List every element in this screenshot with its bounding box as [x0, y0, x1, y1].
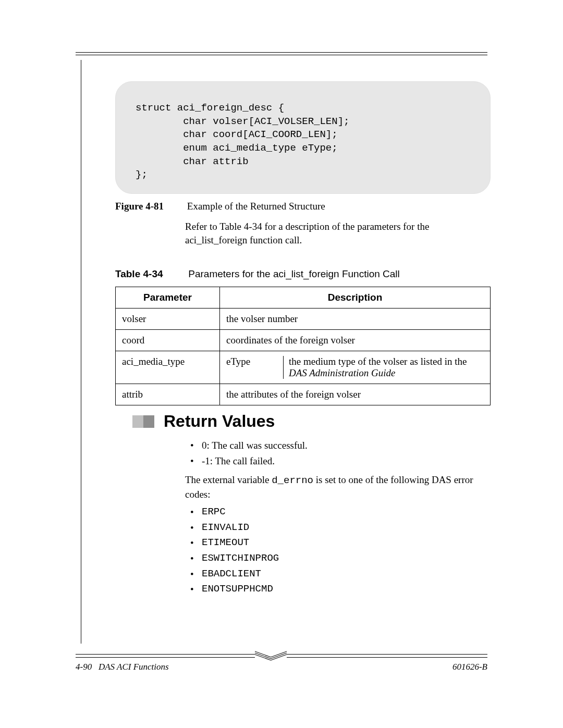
list-item: ERPC [185, 505, 487, 519]
top-double-rule [76, 52, 487, 55]
td-param: aci_media_type [116, 351, 220, 384]
heading-text: Return Values [164, 412, 275, 431]
list-item: 0: The call was successful. [185, 439, 487, 452]
footer-page: 4-90 [76, 662, 92, 672]
td-param: coord [116, 330, 220, 351]
figure-label: Figure 4-81 [115, 201, 164, 212]
heading-mark-icon [132, 415, 154, 428]
list-item: EINVALID [185, 521, 487, 535]
figure-caption-text: Example of the Returned Structure [187, 201, 325, 212]
td-desc: coordinates of the foreign volser [220, 330, 491, 351]
list-item: -1: The call failed. [185, 454, 487, 468]
th-description: Description [220, 287, 491, 309]
footer-right: 601626-B [452, 662, 487, 672]
errno-paragraph: The external variable d_errno is set to … [185, 473, 487, 501]
table-header-row: Parameter Description [116, 287, 491, 309]
td-subcell-2: the medium type of the volser as listed … [289, 356, 484, 379]
td-subcell-1: eType [226, 356, 284, 379]
parameters-table: Parameter Description volser the volser … [115, 287, 491, 405]
table-row: volser the volser number [116, 309, 491, 330]
footer-ornament-icon [255, 651, 287, 661]
td-sub-text: the medium type of the volser as listed … [289, 356, 467, 367]
list-item: ESWITCHINPROG [185, 552, 487, 565]
td-param: volser [116, 309, 220, 330]
footer-rule [76, 654, 487, 659]
table-row: coord coordinates of the foreign volser [116, 330, 491, 351]
return-values-heading: Return Values [132, 412, 275, 431]
code-block: struct aci_foreign_desc { char volser[AC… [115, 81, 491, 194]
inline-code: d_errno [272, 475, 313, 486]
footer-section: DAS ACI Functions [99, 662, 169, 672]
table-caption: Table 4-34 Parameters for the aci_list_f… [115, 268, 400, 280]
th-parameter: Parameter [116, 287, 220, 309]
table-caption-text: Parameters for the aci_list_foreign Func… [188, 268, 400, 279]
list-item: ETIMEOUT [185, 536, 487, 550]
td-desc: the attributes of the foreign volser [220, 384, 491, 405]
list-item: ENOTSUPPHCMD [185, 583, 487, 596]
error-codes-list: ERPC EINVALID ETIMEOUT ESWITCHINPROG EBA… [185, 505, 487, 598]
table-row: aci_media_type eType the medium type of … [116, 351, 491, 384]
td-param: attrib [116, 384, 220, 405]
table-row: attrib the attributes of the foreign vol… [116, 384, 491, 405]
footer-left: 4-90 DAS ACI Functions [76, 662, 169, 672]
table-label: Table 4-34 [115, 268, 163, 279]
td-desc: the volser number [220, 309, 491, 330]
return-values-list: 0: The call was successful. -1: The call… [185, 439, 487, 470]
para-text: The external variable [185, 474, 272, 485]
figure-caption: Figure 4-81 Example of the Returned Stru… [115, 201, 325, 212]
figure-body: Refer to Table 4-34 for a description of… [185, 220, 487, 246]
list-item: EBADCLIENT [185, 567, 487, 581]
vertical-rule [81, 60, 81, 644]
td-desc: eType the medium type of the volser as l… [220, 351, 491, 384]
td-sub-ital: DAS Administration Guide [289, 367, 395, 378]
